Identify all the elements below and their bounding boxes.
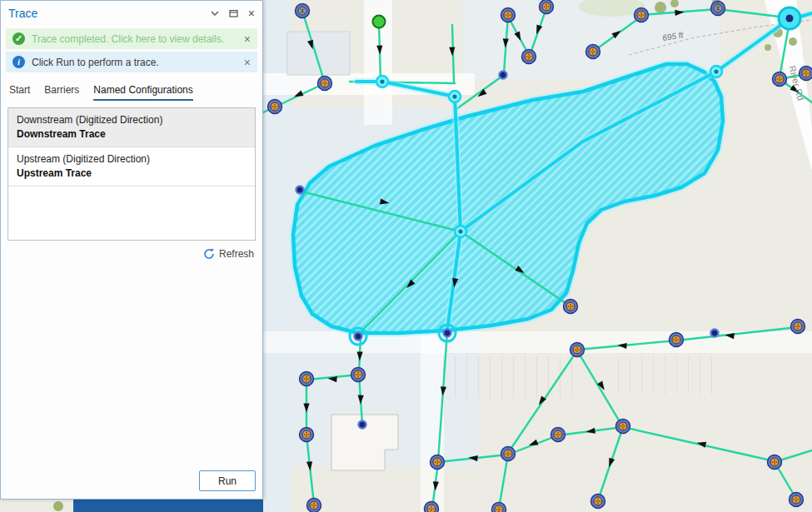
tab-named-configurations[interactable]: Named Configurations <box>93 84 192 101</box>
network-node-orange[interactable] <box>790 493 804 507</box>
trace-junction-center <box>380 79 384 83</box>
config-direction: Downstream (Digitized Direction) <box>17 114 247 126</box>
network-node-orange[interactable] <box>351 368 366 382</box>
run-hint-banner: i Click Run to perform a trace. × <box>6 52 257 72</box>
parking-markings <box>612 356 720 395</box>
network-node-orange[interactable] <box>551 428 565 442</box>
trace-junction-center <box>458 229 462 233</box>
trace-panel: Trace × ✓ Trace completed. Click here to… <box>0 0 263 500</box>
tree-icon <box>789 37 797 46</box>
banner-close-icon[interactable]: × <box>244 57 251 68</box>
network-node-orange[interactable] <box>307 499 321 512</box>
trace-tabs: Start Barriers Named Configurations <box>1 75 262 101</box>
close-icon[interactable]: × <box>248 7 255 19</box>
chevron-down-icon[interactable] <box>211 11 219 17</box>
network-node-dot[interactable] <box>296 186 303 193</box>
refresh-label[interactable]: Refresh <box>219 248 254 260</box>
panel-title: Trace <box>8 7 211 20</box>
config-name: Upstream Trace <box>17 167 247 179</box>
docked-pane-strip[interactable] <box>73 500 263 512</box>
tree-icon <box>765 44 771 51</box>
tree-icon <box>655 2 666 13</box>
network-node-orange[interactable] <box>431 455 445 470</box>
trace-junction-center <box>714 69 718 73</box>
network-node-green[interactable] <box>373 16 386 28</box>
network-node-orange[interactable] <box>501 8 516 22</box>
success-banner-text[interactable]: Trace completed. Click here to view deta… <box>32 33 237 45</box>
network-node-dot[interactable] <box>354 332 361 340</box>
network-node-orange[interactable] <box>318 77 332 91</box>
config-name: Downstream Trace <box>17 128 247 140</box>
network-node-orange[interactable] <box>425 502 439 512</box>
panel-titlebar: Trace × <box>1 1 262 26</box>
network-node-orange[interactable] <box>635 8 649 22</box>
run-button[interactable]: Run <box>199 470 256 491</box>
trace-junction-center <box>452 94 456 98</box>
network-node-orange[interactable] <box>670 333 684 347</box>
network-node-orange[interactable] <box>570 343 585 357</box>
network-node-orange[interactable] <box>300 372 314 386</box>
info-icon: i <box>12 56 25 68</box>
network-node-dark[interactable] <box>296 4 310 18</box>
network-node-dot[interactable] <box>358 420 366 428</box>
network-node-dot[interactable] <box>499 71 506 78</box>
network-node-dark[interactable] <box>711 2 725 16</box>
network-node-orange[interactable] <box>522 50 536 64</box>
network-node-orange[interactable] <box>540 0 554 14</box>
list-item-upstream[interactable]: Upstream (Digitized Direction) Upstream … <box>8 147 255 186</box>
config-direction: Upstream (Digitized Direction) <box>17 153 247 165</box>
network-node-orange[interactable] <box>300 428 314 442</box>
network-node-orange[interactable] <box>268 100 282 114</box>
dock-icon[interactable] <box>229 9 238 17</box>
network-node-orange[interactable] <box>616 420 630 434</box>
network-node-orange[interactable] <box>591 495 605 509</box>
named-configurations-list: Downstream (Digitized Direction) Downstr… <box>7 107 256 241</box>
success-check-icon: ✓ <box>12 32 25 45</box>
tab-start[interactable]: Start <box>9 84 30 101</box>
tab-barriers[interactable]: Barriers <box>44 84 79 101</box>
network-node-dot[interactable] <box>710 329 718 336</box>
network-node-dot[interactable] <box>443 329 451 336</box>
tree-icon <box>53 501 63 511</box>
network-node-orange[interactable] <box>564 300 578 314</box>
building <box>287 32 350 75</box>
list-item-downstream[interactable]: Downstream (Digitized Direction) Downstr… <box>8 108 255 147</box>
network-node-orange[interactable] <box>768 455 782 470</box>
network-node-orange[interactable] <box>791 320 805 334</box>
network-node-orange[interactable] <box>501 447 516 461</box>
trace-node-center <box>786 15 794 22</box>
network-node-orange[interactable] <box>586 45 600 59</box>
network-node-orange[interactable] <box>773 72 787 87</box>
trace-completed-banner[interactable]: ✓ Trace completed. Click here to view de… <box>6 28 257 49</box>
refresh-row: Refresh <box>1 241 262 267</box>
banner-close-icon[interactable]: × <box>244 33 251 45</box>
refresh-icon[interactable] <box>203 248 215 260</box>
info-banner-text: Click Run to perform a trace. <box>32 57 237 68</box>
network-node-orange[interactable] <box>492 503 506 512</box>
